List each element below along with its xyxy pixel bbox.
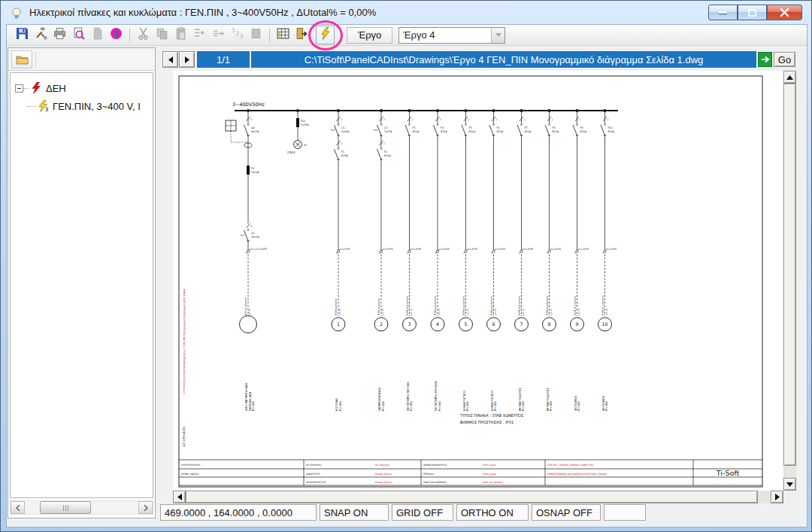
svg-text:ΑΡΙΘΜ. ΑΔΕΙΑΣ:: ΑΡΙΘΜ. ΑΔΕΙΑΣ: [181,473,199,476]
svg-text:B16A: B16A [441,130,447,133]
go-arrow-button[interactable] [758,52,772,67]
svg-text:F8: F8 [553,126,556,129]
svg-text:L= m: L= m [338,309,341,315]
maximize-icon [748,9,756,17]
exit-button[interactable] [292,26,311,44]
svg-text:4: 4 [436,321,439,327]
app-window: Ηλεκτρικοί πίνακες και κυκλώματα : ΓΕΝ.Π… [0,0,812,532]
grid-toggle[interactable]: GRID OFF [392,504,453,521]
table-button[interactable] [274,26,292,44]
maximize-button[interactable] [738,5,767,20]
scroll-thumb[interactable] [40,501,91,514]
scroll-right-arrow[interactable] [138,501,153,514]
diagram-column: 1F3B16AL1,N,PENYM 3x2,5mm2L= m3ΠΛΥΝΤΗΡΙΟ… [403,111,422,411]
paste-button[interactable] [171,26,190,44]
svg-text:ΑΡ.ΠΑΡΟΧΗΣ :: ΑΡ.ΠΑΡΟΧΗΣ : [306,464,323,467]
tree-item-label[interactable]: ΓΕΝ.ΠΙΝ, 3~400 V, Ι [53,101,141,112]
toolbar-separator [129,28,130,43]
scroll-thumb[interactable] [783,84,796,466]
svg-text:L1,N,PE: L1,N,PE [607,248,617,251]
info-button[interactable]: i [107,26,126,44]
settings-button[interactable] [32,26,50,44]
document-button[interactable] [88,26,107,44]
move-right-button[interactable] [209,26,228,44]
diagram-column: 1F7B16AL1,N,PENYM 3x2,5mm2L= m7ΡΕΥΜΑΤΟΔΟ… [515,111,534,411]
svg-text:1: 1 [341,142,342,145]
svg-text:3: 3 [408,321,411,327]
diagram-column: 1F10B10AL1,N,PENYM 3x1,5mm2L= m10ΦΩΤΙΣΜΟ… [598,111,617,411]
sidebar-toolbar-separator [35,52,36,67]
project-button[interactable]: Έργο [347,27,392,44]
close-button[interactable] [767,5,802,20]
diagram-column: 3+C23x25A1F2B16AL1,N,PENYM 3x4mm2L= m2ΘΕ… [373,111,393,411]
red-lightning-icon [31,82,42,94]
project-combobox[interactable]: Έργο 4 [398,27,505,44]
scroll-thumb[interactable] [186,491,758,503]
svg-text:P= kW: P= kW [465,401,469,411]
svg-text:10: 10 [602,321,608,327]
svg-text:+: + [373,128,376,132]
osnap-toggle[interactable]: OSNAP OFF [532,504,601,521]
document-icon [91,27,104,43]
renumber-button[interactable]: 123 [228,26,247,44]
insert-rows-button[interactable] [190,26,209,44]
drawing-canvas[interactable]: 3~400V50Hz3Q04x63AF03x63A3+Q13x63AL1,L2,… [173,71,783,491]
svg-text:F6: F6 [497,126,500,129]
open-folder-button[interactable] [11,50,32,68]
go-button[interactable]: Go [774,52,795,67]
svg-text:F9: F9 [580,126,583,129]
svg-text:P= kW: P= kW [251,401,255,411]
svg-text:2: 2 [235,30,239,37]
svg-text:1: 1 [468,118,470,121]
previous-page-button[interactable] [162,51,178,68]
diagram-column: 1F9B10AL1,N,PENYM 3x1,5mm2L= m9ΦΩΤΙΣΜΟΣP… [571,111,589,411]
svg-text:ΔΗΜΟΣ/ΚΟΙΝΟΤΗΤΑ :: ΔΗΜΟΣ/ΚΟΙΝΟΤΗΤΑ : [423,464,448,467]
copy-button[interactable] [153,26,171,44]
block-button[interactable] [247,26,265,44]
svg-text:ΗΛΕΚΤΡΟΛΟΓΟΣ :: ΗΛΕΚΤΡΟΛΟΓΟΣ : [181,464,201,467]
scroll-up-button[interactable] [783,71,796,84]
svg-text:B10A: B10A [608,130,615,133]
print-preview-button[interactable] [69,26,88,44]
sidebar-horizontal-scrollbar[interactable] [10,500,153,515]
svg-text:6: 6 [492,321,495,327]
svg-text:F3: F3 [413,126,416,129]
save-button[interactable] [13,26,32,44]
svg-text:1: 1 [496,118,498,121]
cut-button[interactable] [134,26,153,44]
svg-text:Πόλη έργου: Πόλη έργου [483,464,496,467]
svg-text:Όνομα πελάτη: Όνομα πελάτη [374,481,392,484]
svg-text:3: 3 [250,225,252,228]
run-calculation-button[interactable] [316,26,335,44]
print-button[interactable] [50,26,69,44]
window-controls [708,5,802,20]
tree-item-genpin[interactable]: 3 ΓΕΝ.ΠΙΝ, 3~400 V, Ι [11,97,153,115]
chevron-down-icon[interactable] [491,28,504,43]
svg-text:3x63A: 3x63A [251,236,259,239]
next-page-button[interactable] [179,51,195,68]
tree-item-dei[interactable]: ΔΕΗ [11,79,153,97]
svg-text:P= kW: P= kW [521,401,525,411]
minimize-button[interactable] [708,5,738,20]
horizontal-scrollbar[interactable] [173,491,783,503]
svg-text:P= kW: P= kW [409,401,413,411]
vertical-scrollbar[interactable] [783,71,796,491]
svg-text:B16A: B16A [525,130,532,133]
tree-expander-icon[interactable] [15,84,23,93]
snap-toggle[interactable]: SNAP ON [320,504,389,521]
ortho-toggle[interactable]: ORTHO ON [456,504,529,521]
print-icon [53,27,66,43]
scroll-down-button[interactable] [783,478,796,491]
scroll-right-button[interactable] [771,491,783,503]
svg-text:L= m: L= m [466,309,469,315]
svg-text:Ti-Soft: Ti-Soft [716,469,740,477]
scroll-track[interactable] [25,501,138,514]
scroll-left-arrow[interactable] [11,501,25,514]
svg-text:P= kW: P= kW [549,401,553,411]
tree-item-label[interactable]: ΔΕΗ [46,83,66,94]
drawing-viewport[interactable]: 3~400V50Hz3Q04x63AF03x63A3+Q13x63AL1,L2,… [173,71,783,491]
svg-text:ΒΑΘΜΟΣ ΠΡΟΣΤΑΣΙΑΣ : IP31: ΒΑΘΜΟΣ ΠΡΟΣΤΑΣΙΑΣ : IP31 [460,420,514,424]
scroll-left-button[interactable] [173,491,186,503]
svg-text:ΟΔΟΣ ΚΑΙ ΑΡΙΘΜΟΣ:: ΟΔΟΣ ΚΑΙ ΑΡΙΘΜΟΣ: [423,481,447,484]
svg-text:L= m: L= m [550,309,553,315]
